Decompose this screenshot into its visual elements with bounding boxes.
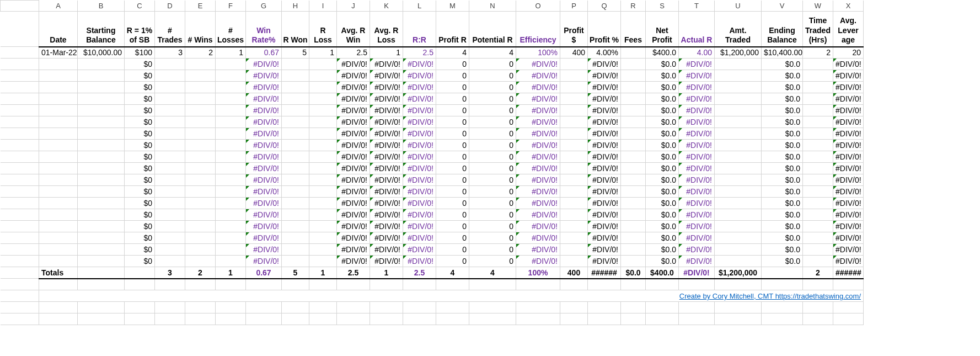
cell-K-e17[interactable]: #DIV/0! [370,256,403,267]
cell-P-tot[interactable]: 400 [560,267,588,279]
cell-W-e1[interactable] [803,70,833,82]
cell-I-e9[interactable] [309,163,337,174]
cell-K-e5[interactable]: #DIV/0! [370,116,403,128]
cell-X-tot[interactable]: ###### [833,267,864,279]
cell-I-1[interactable]: 1 [309,47,337,59]
cell-K-e2[interactable]: #DIV/0! [370,82,403,93]
cell-M-e12[interactable]: 0 [436,198,469,209]
cell-O-b2[interactable] [516,302,560,314]
cell-D-e12[interactable] [155,198,185,209]
cell-E-e11[interactable] [185,186,216,198]
cell-Q-e0[interactable]: #DIV/0! [588,59,621,70]
cell-F-e0[interactable] [216,59,246,70]
cell-U-e12[interactable] [715,198,762,209]
cell-Q-e11[interactable]: #DIV/0! [588,186,621,198]
cell-S-e5[interactable]: $0.0 [646,116,679,128]
cell-U-e9[interactable] [715,163,762,174]
cell-G-tot[interactable]: 0.67 [246,267,282,279]
cell-M-e8[interactable]: 0 [436,151,469,163]
cell-A-b1[interactable] [39,279,78,290]
cell-S-e10[interactable]: $0.0 [646,174,679,186]
cell-Q-e3[interactable]: #DIV/0! [588,93,621,105]
cell-A-e9[interactable] [39,163,78,174]
cell-R-e13[interactable] [621,209,646,221]
col-header-X[interactable]: X [833,1,864,12]
cell-C-e13[interactable]: $0 [125,209,155,221]
cell-N-e0[interactable]: 0 [469,59,516,70]
cell-G-e7[interactable]: #DIV/0! [246,140,282,151]
cell-M-e9[interactable]: 0 [436,163,469,174]
cell-T-e6[interactable]: #DIV/0! [679,128,715,140]
cell-X-e4[interactable]: #DIV/0! [833,105,864,116]
cell-P-e10[interactable] [560,174,588,186]
cell-G-e16[interactable]: #DIV/0! [246,244,282,256]
cell-E-hdr[interactable]: # Wins [185,12,216,47]
cell-A-e3[interactable] [39,93,78,105]
cell-N-b2[interactable] [469,302,516,314]
cell-W-e10[interactable] [803,174,833,186]
cell-D-e13[interactable] [155,209,185,221]
cell-H-b3[interactable] [282,314,309,325]
cell-H-tot[interactable]: 5 [282,267,309,279]
cell-A-e10[interactable] [39,174,78,186]
cell-F-e3[interactable] [216,93,246,105]
cell-B-1[interactable]: $10,000.00 [78,47,125,59]
cell-R-e5[interactable] [621,116,646,128]
col-header-J[interactable]: J [337,1,370,12]
cell-B-e13[interactable] [78,209,125,221]
cell-S-e12[interactable]: $0.0 [646,198,679,209]
cell-O-e0[interactable]: #DIV/0! [516,59,560,70]
cell-F-e13[interactable] [216,209,246,221]
cell-M-e10[interactable]: 0 [436,174,469,186]
cell-B-e11[interactable] [78,186,125,198]
cell-S-1[interactable]: $400.0 [646,47,679,59]
cell-Q-tot[interactable]: ###### [588,267,621,279]
cell-R-e2[interactable] [621,82,646,93]
col-header-H[interactable]: H [282,1,309,12]
cell-F-b3[interactable] [216,314,246,325]
cell-N-tot[interactable]: 4 [469,267,516,279]
cell-V-e8[interactable]: $0.0 [762,151,803,163]
cell-L-e17[interactable]: #DIV/0! [403,256,436,267]
cell-Q-e2[interactable]: #DIV/0! [588,82,621,93]
cell-C-e0[interactable]: $0 [125,59,155,70]
col-header-M[interactable]: M [436,1,469,12]
cell-C-tot[interactable] [125,267,155,279]
cell-C-1[interactable]: $100 [125,47,155,59]
cell-O-tot[interactable]: 100% [516,267,560,279]
cell-R-e14[interactable] [621,221,646,232]
cell-Q-b1[interactable] [588,279,621,290]
cell-W-b3[interactable] [803,314,833,325]
cell-A-b2[interactable] [39,302,78,314]
row-header[interactable] [1,244,39,256]
cell-C-e2[interactable]: $0 [125,82,155,93]
cell-J-e7[interactable]: #DIV/0! [337,140,370,151]
cell-E-b1[interactable] [185,279,216,290]
cell-Q-b3[interactable] [588,314,621,325]
cell-F-b1[interactable] [216,279,246,290]
cell-M-e15[interactable]: 0 [436,232,469,244]
col-header-E[interactable]: E [185,1,216,12]
cell-H-e5[interactable] [282,116,309,128]
cell-I-e12[interactable] [309,198,337,209]
cell-W-e3[interactable] [803,93,833,105]
row-header[interactable] [1,221,39,232]
cell-B-e10[interactable] [78,174,125,186]
cell-M-tot[interactable]: 4 [436,267,469,279]
cell-G-e13[interactable]: #DIV/0! [246,209,282,221]
cell-H-e13[interactable] [282,209,309,221]
cell-X-e11[interactable]: #DIV/0! [833,186,864,198]
cell-C-e5[interactable]: $0 [125,116,155,128]
cell-E-e13[interactable] [185,209,216,221]
row-header[interactable] [1,128,39,140]
cell-P-e8[interactable] [560,151,588,163]
cell-K-e3[interactable]: #DIV/0! [370,93,403,105]
cell-I-e8[interactable] [309,151,337,163]
cell-O-e8[interactable]: #DIV/0! [516,151,560,163]
cell-W-b2[interactable] [803,302,833,314]
cell-W-e11[interactable] [803,186,833,198]
cell-V-1[interactable]: $10,400.00 [762,47,803,59]
cell-L-e5[interactable]: #DIV/0! [403,116,436,128]
cell-T-b3[interactable] [679,314,715,325]
cell-B-e3[interactable] [78,93,125,105]
